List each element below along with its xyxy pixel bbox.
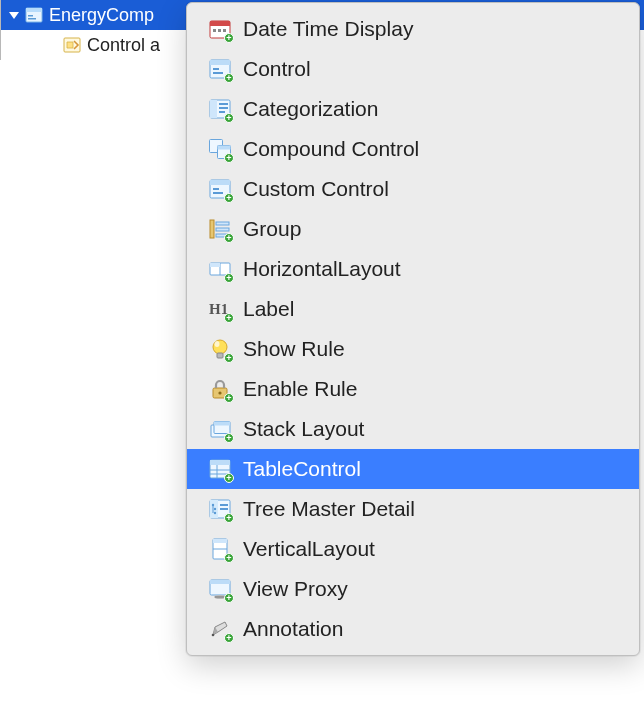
menu-item-tablecontrol[interactable]: TableControl: [187, 449, 639, 489]
view-proxy-icon: [209, 578, 231, 600]
menu-item-label: Label: [243, 297, 294, 321]
menu-item-label: Enable Rule: [243, 377, 357, 401]
show-rule-icon: [209, 338, 231, 360]
annotation-icon: [209, 618, 231, 640]
menu-item-label: Custom Control: [243, 177, 389, 201]
menu-item-label: Show Rule: [243, 337, 345, 361]
menu-item-horizontallayout[interactable]: HorizontalLayout: [187, 249, 639, 289]
stack-layout-icon: [209, 418, 231, 440]
compound-control-icon: [209, 138, 231, 160]
menu-item-label: HorizontalLayout: [243, 257, 401, 281]
svg-rect-3: [28, 18, 36, 20]
menu-item-label: Tree Master Detail: [243, 497, 415, 521]
tree-child-label: Control a: [87, 35, 160, 56]
menu-item-compound-control[interactable]: Compound Control: [187, 129, 639, 169]
menu-item-label: Date Time Display: [243, 17, 413, 41]
horizontal-layout-icon: [209, 258, 231, 280]
categorization-icon: [209, 98, 231, 120]
menu-item-control[interactable]: Control: [187, 49, 639, 89]
control-icon: [209, 58, 231, 80]
menu-item-verticallayout[interactable]: VerticalLayout: [187, 529, 639, 569]
menu-item-enable-rule[interactable]: Enable Rule: [187, 369, 639, 409]
svg-rect-2: [28, 15, 33, 17]
tree-root-label: EnergyComp: [49, 5, 154, 26]
menu-item-stack-layout[interactable]: Stack Layout: [187, 409, 639, 449]
menu-item-label: Annotation: [243, 617, 343, 641]
menu-item-label: Categorization: [243, 97, 378, 121]
menu-item-label: TableControl: [243, 457, 361, 481]
group-icon: [209, 218, 231, 240]
menu-item-tree-master-detail[interactable]: Tree Master Detail: [187, 489, 639, 529]
menu-item-view-proxy[interactable]: View Proxy: [187, 569, 639, 609]
menu-item-custom-control[interactable]: Custom Control: [187, 169, 639, 209]
context-menu: Date Time DisplayControlCategorizationCo…: [186, 2, 640, 656]
label-icon: [209, 298, 231, 320]
vertical-layout-icon: [209, 538, 231, 560]
menu-item-label: VerticalLayout: [243, 537, 375, 561]
menu-item-group[interactable]: Group: [187, 209, 639, 249]
disclosure-triangle-icon[interactable]: [7, 8, 21, 22]
menu-item-label: Stack Layout: [243, 417, 364, 441]
calendar-icon: [209, 18, 231, 40]
tree-master-detail-icon: [209, 498, 231, 520]
menu-item-label: Compound Control: [243, 137, 419, 161]
view-model-icon: [25, 6, 43, 24]
custom-control-icon: [209, 178, 231, 200]
menu-item-categorization[interactable]: Categorization: [187, 89, 639, 129]
menu-item-annotation[interactable]: Annotation: [187, 609, 639, 649]
menu-item-label: View Proxy: [243, 577, 348, 601]
menu-item-label: Group: [243, 217, 301, 241]
enable-rule-icon: [209, 378, 231, 400]
menu-item-date-time-display[interactable]: Date Time Display: [187, 9, 639, 49]
control-icon: [63, 36, 81, 54]
menu-item-show-rule[interactable]: Show Rule: [187, 329, 639, 369]
svg-rect-1: [26, 8, 42, 12]
menu-item-label[interactable]: Label: [187, 289, 639, 329]
menu-item-label: Control: [243, 57, 311, 81]
table-control-icon: [209, 458, 231, 480]
